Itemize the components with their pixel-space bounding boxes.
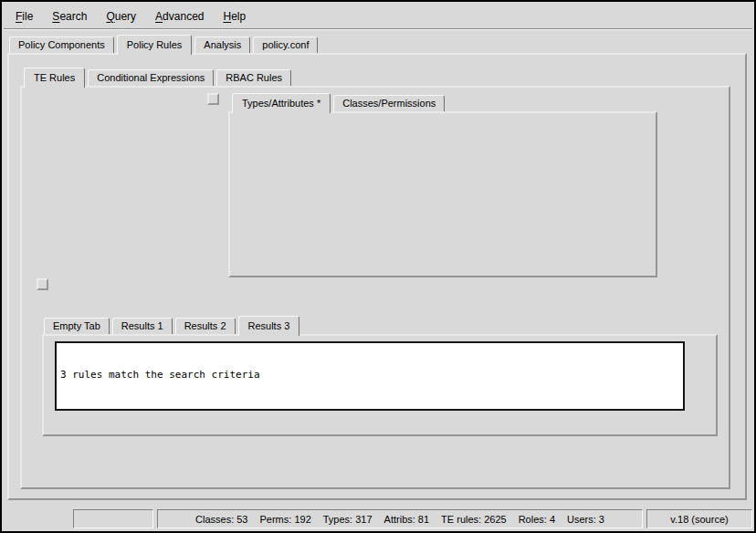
types-attributes-tab[interactable]: Types/Attributes * <box>232 93 331 113</box>
status-stat: Attribs: 81 <box>384 514 430 525</box>
menu-item-label: earch <box>59 10 87 23</box>
results-tab[interactable]: Results 2 <box>175 318 236 334</box>
main-tab[interactable]: Policy Components <box>9 37 114 53</box>
status-empty-panel <box>73 509 153 528</box>
te-tab[interactable]: TE Rules <box>24 68 85 88</box>
results-tab[interactable]: Results 1 <box>112 318 173 334</box>
main-tab[interactable]: Policy Rules <box>117 35 193 55</box>
menu-item-mnemonic: Q <box>106 10 114 23</box>
menu-item-mnemonic: A <box>155 10 163 23</box>
main-tab[interactable]: Analysis <box>194 37 250 53</box>
results-tab-bar: Empty Tab Results 1 Results 2 Results 3 <box>44 313 302 336</box>
status-stat: Perms: 192 <box>260 514 311 525</box>
menubar: File Search Query Advanced Help <box>4 4 752 29</box>
types-attributes-tab[interactable]: Classes/Permissions <box>333 95 445 111</box>
app-window: File Search Query Advanced Help Policy C… <box>0 0 756 533</box>
menu-item-label: dvanced <box>163 10 204 23</box>
te-tab-bar: TE Rules Conditional Expressions RBAC Ru… <box>24 65 294 88</box>
menu-item[interactable]: File <box>13 9 36 24</box>
types-attributes-tab-bar: Types/Attributes * Classes/Permissions <box>232 90 447 113</box>
horizontal-sash-handle[interactable] <box>37 278 48 290</box>
results-tab[interactable]: Empty Tab <box>44 318 110 334</box>
te-tab[interactable]: RBAC Rules <box>216 69 291 86</box>
status-stat: Types: 317 <box>323 514 373 525</box>
te-tab[interactable]: Conditional Expressions <box>88 69 214 86</box>
results-tab[interactable]: Results 3 <box>238 316 300 336</box>
main-tab[interactable]: policy.conf <box>253 37 318 53</box>
menu-item[interactable]: Query <box>103 9 139 24</box>
status-version-panel: v.18 (source) <box>646 509 752 528</box>
policy-version-label: v.18 (source) <box>670 514 728 525</box>
results-text-area[interactable]: 3 rules match the search criteria (5822)… <box>55 341 685 411</box>
results-summary: 3 rules match the search criteria <box>60 369 679 381</box>
menu-item[interactable]: Search <box>49 9 89 24</box>
status-stats-panel: Classes: 53 Perms: 192 Types: 317 Attrib… <box>157 509 643 528</box>
status-stat: TE rules: 2625 <box>441 514 507 525</box>
menu-item-label: elp <box>231 10 246 23</box>
status-stat: Classes: 53 <box>195 514 247 525</box>
menu-item[interactable]: Advanced <box>152 9 206 24</box>
menu-item[interactable]: Help <box>220 9 248 24</box>
menu-item-mnemonic: H <box>223 10 231 23</box>
status-stat: Users: 3 <box>567 514 604 525</box>
menu-item-label: ile <box>22 10 33 23</box>
menu-item-label: uery <box>115 10 136 23</box>
types-attributes-page <box>228 111 657 277</box>
status-stat: Roles: 4 <box>519 514 555 525</box>
main-tab-bar: Policy Components Policy Rules Analysis … <box>9 30 320 55</box>
vertical-sash-handle[interactable] <box>207 93 219 105</box>
